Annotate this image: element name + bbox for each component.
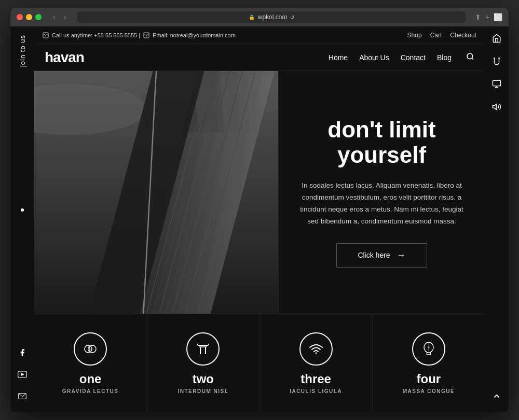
svg-point-33 bbox=[315, 353, 317, 354]
email-text: Email: notreal@yourdomain.com bbox=[153, 32, 236, 38]
site-logo[interactable]: havan bbox=[45, 49, 329, 66]
hero-body: In sodales lectus lacus. Aliquam venenat… bbox=[299, 180, 464, 228]
feature-two-sub: INTERDUM NISL bbox=[177, 388, 228, 394]
scroll-up-icon[interactable] bbox=[489, 388, 504, 404]
phone-icon bbox=[43, 32, 49, 38]
call-text: Call us anytime: +55 55 555 5555 | bbox=[52, 32, 140, 38]
svg-point-5 bbox=[467, 53, 473, 59]
cta-arrow: → bbox=[397, 250, 406, 261]
hero-title: don't limit yourself bbox=[327, 117, 435, 167]
monitor-sidebar-icon[interactable] bbox=[489, 76, 504, 92]
browser-titlebar: ‹ › 🔒 wpkol.com ↺ ⬆ + ⬜ bbox=[10, 8, 509, 26]
svg-line-32 bbox=[208, 344, 209, 345]
feature-two-name: two bbox=[193, 372, 214, 386]
nav-links: Home About Us Contact Blog bbox=[329, 52, 474, 63]
url-display: wpkol.com bbox=[258, 13, 288, 21]
cta-label: Click here bbox=[358, 251, 390, 259]
feature-one[interactable]: one GRAVIDA LECTUS bbox=[34, 314, 147, 412]
hero-image bbox=[34, 71, 278, 314]
feature-one-icon bbox=[74, 332, 107, 366]
site-nav: havan Home About Us Contact Blog bbox=[34, 44, 485, 71]
feature-four[interactable]: four MASSA CONGUE bbox=[373, 314, 485, 412]
browser-nav: ‹ › bbox=[51, 12, 68, 22]
facebook-icon[interactable] bbox=[15, 345, 30, 360]
forward-button[interactable]: › bbox=[62, 12, 69, 22]
svg-line-6 bbox=[472, 58, 473, 60]
nav-blog[interactable]: Blog bbox=[437, 53, 452, 62]
svg-marker-1 bbox=[21, 373, 24, 376]
home-sidebar-icon[interactable] bbox=[489, 31, 504, 46]
back-button[interactable]: ‹ bbox=[51, 12, 58, 22]
cart-link[interactable]: Cart bbox=[430, 32, 442, 39]
svg-point-23 bbox=[85, 345, 92, 353]
svg-marker-47 bbox=[493, 104, 497, 110]
join-us-text[interactable]: join to us bbox=[19, 26, 26, 75]
right-sidebar bbox=[485, 26, 509, 412]
site-wrapper: join to us bbox=[10, 26, 509, 412]
feature-two[interactable]: two INTERDUM NISL bbox=[147, 314, 260, 412]
sidebar-social bbox=[15, 345, 30, 412]
new-tab-button[interactable]: + bbox=[485, 13, 489, 21]
share-button[interactable]: ⬆ bbox=[475, 13, 481, 21]
search-icon[interactable] bbox=[466, 52, 474, 63]
feature-four-sub: MASSA CONGUE bbox=[403, 388, 455, 394]
youtube-icon[interactable] bbox=[15, 367, 30, 382]
shop-link[interactable]: Shop bbox=[407, 32, 422, 39]
address-bar[interactable]: 🔒 wpkol.com ↺ bbox=[77, 11, 465, 23]
feature-four-name: four bbox=[417, 372, 441, 386]
email-icon[interactable] bbox=[15, 388, 30, 404]
traffic-lights bbox=[17, 14, 42, 20]
new-window-button[interactable]: ⬜ bbox=[494, 13, 502, 21]
megaphone-sidebar-icon[interactable] bbox=[489, 99, 504, 115]
magnet-sidebar-icon[interactable] bbox=[489, 53, 504, 69]
hero-cta-button[interactable]: Click here → bbox=[336, 243, 427, 268]
top-bar: Call us anytime: +55 55 555 5555 | Email… bbox=[34, 26, 485, 44]
feature-one-name: one bbox=[79, 372, 102, 386]
checkout-link[interactable]: Checkout bbox=[450, 32, 476, 39]
svg-point-24 bbox=[89, 345, 96, 353]
features-section: one GRAVIDA LECTUS bbox=[34, 314, 485, 412]
hero-section: don't limit yourself In sodales lectus l… bbox=[34, 71, 485, 314]
sidebar-dot bbox=[21, 208, 24, 212]
browser-actions: ⬆ + ⬜ bbox=[475, 13, 502, 21]
close-button[interactable] bbox=[17, 14, 23, 20]
maximize-button[interactable] bbox=[35, 14, 42, 20]
lock-icon: 🔒 bbox=[249, 15, 255, 20]
svg-rect-44 bbox=[493, 80, 501, 86]
feature-two-icon bbox=[186, 332, 220, 366]
feature-four-icon bbox=[412, 332, 445, 366]
hero-text: don't limit yourself In sodales lectus l… bbox=[278, 71, 485, 314]
svg-line-31 bbox=[197, 344, 198, 345]
refresh-icon[interactable]: ↺ bbox=[290, 15, 294, 20]
nav-contact[interactable]: Contact bbox=[401, 53, 426, 62]
minimize-button[interactable] bbox=[26, 14, 32, 20]
top-bar-right: Shop Cart Checkout bbox=[407, 32, 476, 39]
browser-content: join to us bbox=[10, 26, 509, 412]
left-sidebar: join to us bbox=[10, 26, 34, 412]
email-top-icon bbox=[143, 32, 149, 38]
feature-three-icon bbox=[299, 332, 333, 366]
main-content: Call us anytime: +55 55 555 5555 | Email… bbox=[34, 26, 485, 412]
feature-one-sub: GRAVIDA LECTUS bbox=[62, 388, 119, 394]
browser-window: ‹ › 🔒 wpkol.com ↺ ⬆ + ⬜ join to us bbox=[10, 8, 509, 412]
nav-home[interactable]: Home bbox=[329, 53, 348, 62]
top-bar-left: Call us anytime: +55 55 555 5555 | Email… bbox=[43, 32, 403, 38]
nav-about[interactable]: About Us bbox=[359, 53, 389, 62]
feature-three-name: three bbox=[301, 372, 331, 386]
feature-three[interactable]: three IACULIS LIGULA bbox=[260, 314, 373, 412]
feature-three-sub: IACULIS LIGULA bbox=[290, 388, 342, 394]
